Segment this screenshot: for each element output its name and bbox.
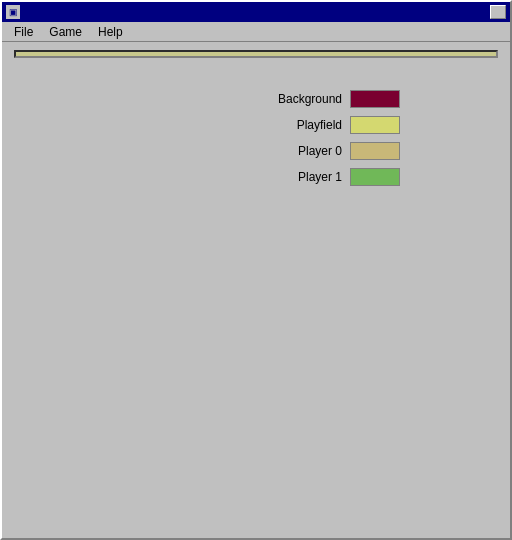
track-canvas[interactable] <box>14 50 498 58</box>
main-window: ▣ File Game Help Background Playfie <box>0 0 512 540</box>
legend-label-background: Background <box>262 92 342 106</box>
title-bar: ▣ <box>2 2 510 22</box>
menu-help[interactable]: Help <box>90 23 131 41</box>
palette-section: Background Playfield Player 0 Player 1 <box>10 70 502 186</box>
legend-swatch-player1[interactable] <box>350 168 400 186</box>
close-button[interactable] <box>490 5 506 19</box>
legend-label-player1: Player 1 <box>262 170 342 184</box>
palette-left <box>18 70 242 186</box>
menu-game[interactable]: Game <box>41 23 90 41</box>
legend-row-playfield: Playfield <box>262 116 494 134</box>
legend-swatch-playfield[interactable] <box>350 116 400 134</box>
legend-label-playfield: Playfield <box>262 118 342 132</box>
menu-file[interactable]: File <box>6 23 41 41</box>
content-area: Background Playfield Player 0 Player 1 <box>2 42 510 190</box>
legend-section: Background Playfield Player 0 Player 1 <box>262 70 494 186</box>
title-icon: ▣ <box>6 5 20 19</box>
legend-label-player0: Player 0 <box>262 144 342 158</box>
menu-bar: File Game Help <box>2 22 510 42</box>
legend-row-background: Background <box>262 90 494 108</box>
legend-row-player1: Player 1 <box>262 168 494 186</box>
legend-row-player0: Player 0 <box>262 142 494 160</box>
legend-swatch-background[interactable] <box>350 90 400 108</box>
legend-swatch-player0[interactable] <box>350 142 400 160</box>
